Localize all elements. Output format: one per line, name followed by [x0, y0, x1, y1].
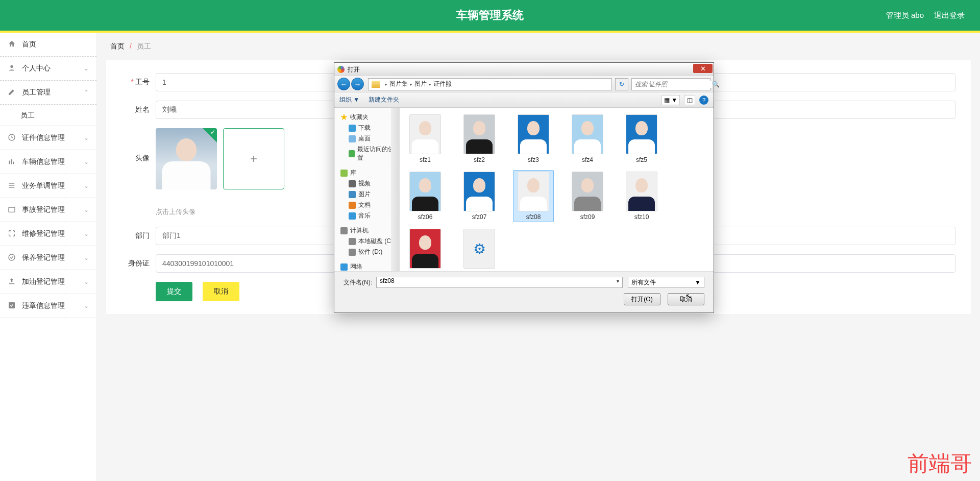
sidebar-item-maintenance[interactable]: 保养登记管理 ⌄ — [0, 246, 96, 270]
preview-icon: ◫ — [687, 97, 693, 104]
sidebar-item-vehicle[interactable]: 车辆信息管理 ⌄ — [0, 150, 96, 174]
refresh-icon: ↻ — [619, 81, 624, 88]
breadcrumb-separator: / — [130, 42, 132, 50]
tree-computer[interactable]: 计算机 — [338, 225, 395, 236]
file-open-dialog: 打开 ✕ ← → ▸ 图片集 ▸ 图片 ▸ 证件照 ↻ 🔍 组织 ▼ 新建文件夹… — [334, 62, 714, 313]
label-avatar: 头像 — [121, 154, 150, 163]
tree-desktop[interactable]: 桌面 — [338, 133, 395, 144]
tree-documents[interactable]: 文档 — [338, 200, 395, 210]
file-item-sfz4[interactable]: sfz4 — [567, 113, 608, 165]
sidebar-sub-employee[interactable]: 员工 — [0, 105, 96, 126]
sidebar-item-fuel[interactable]: 加油登记管理 ⌄ — [0, 270, 96, 294]
dialog-cancel-button[interactable]: 取消 — [668, 293, 704, 305]
address-bar[interactable]: ▸ 图片集 ▸ 图片 ▸ 证件照 — [368, 78, 612, 90]
recent-icon — [349, 150, 355, 157]
star-icon — [340, 114, 348, 121]
sidebar-item-business[interactable]: 业务单调管理 ⌄ — [0, 174, 96, 198]
organize-menu[interactable]: 组织 ▼ — [339, 95, 359, 104]
sidebar-item-cert[interactable]: 证件信息管理 ⌄ — [0, 126, 96, 150]
file-item-sfz10[interactable]: sfz10 — [621, 170, 662, 222]
tree-video[interactable]: 视频 — [338, 178, 395, 189]
back-button[interactable]: ← — [337, 78, 350, 90]
file-item-sfz11[interactable]: sfz11 — [405, 227, 446, 271]
svg-point-0 — [10, 65, 13, 68]
avatar-preview[interactable] — [156, 128, 217, 189]
sidebar-item-repair[interactable]: 维修登记管理 ⌄ — [0, 222, 96, 246]
file-item-sfz1[interactable]: sfz1 — [405, 113, 446, 165]
tree-downloads[interactable]: 下载 — [338, 123, 395, 133]
tree-pictures[interactable]: 图片 — [338, 189, 395, 200]
file-name: sfz3 — [528, 156, 539, 163]
sidebar-item-personal[interactable]: 个人中心 ⌄ — [0, 57, 96, 81]
chevron-down-icon: ⌄ — [84, 278, 89, 285]
file-name: sfz10 — [634, 213, 649, 221]
search-icon: 🔍 — [712, 81, 720, 88]
forward-button[interactable]: → — [351, 78, 364, 90]
tree-library[interactable]: 库 — [338, 167, 395, 178]
refresh-button[interactable]: ↻ — [615, 78, 628, 90]
app-title: 车辆管理系统 — [456, 8, 524, 23]
chrome-icon — [337, 66, 345, 73]
dialog-titlebar[interactable]: 打开 ✕ — [334, 63, 714, 76]
cancel-button[interactable]: 取消 — [203, 282, 239, 301]
file-item-sfz09[interactable]: sfz09 — [567, 170, 608, 222]
file-name: sfz08 — [526, 213, 541, 221]
svg-point-9 — [9, 254, 15, 260]
plus-icon: + — [250, 152, 257, 166]
logout-link[interactable]: 退出登录 — [934, 11, 965, 20]
library-icon — [340, 170, 348, 177]
sidebar-item-violation[interactable]: 违章信息管理 ⌄ — [0, 294, 96, 318]
sidebar-label: 加油登记管理 — [22, 277, 65, 286]
dropdown-icon[interactable]: ▼ — [616, 279, 620, 284]
search-input-wrap[interactable]: 🔍 — [631, 78, 710, 90]
label-dept: 部门 — [121, 231, 150, 240]
search-input[interactable] — [635, 81, 712, 88]
close-button[interactable]: ✕ — [693, 64, 713, 73]
open-button[interactable]: 打开(O) — [624, 293, 660, 305]
sidebar-item-employee[interactable]: 员工管理 ⌃ — [0, 81, 96, 105]
file-thumbnail — [572, 172, 603, 211]
file-item-sfz3[interactable]: sfz3 — [513, 113, 554, 165]
watermark: 前端哥 — [908, 449, 972, 478]
file-item-sfz07[interactable]: sfz07 — [459, 170, 500, 222]
submit-button[interactable]: 提交 — [156, 282, 192, 301]
breadcrumb-home[interactable]: 首页 — [110, 42, 125, 50]
tree-network[interactable]: 网络 — [338, 261, 395, 271]
desktop-icon — [349, 135, 356, 142]
scrollbar[interactable] — [391, 108, 399, 271]
filename-input[interactable]: sfz08 ▼ — [376, 277, 623, 288]
tree-music[interactable]: 音乐 — [338, 210, 395, 221]
chevron-down-icon: ⌄ — [84, 230, 89, 237]
computer-icon — [340, 227, 348, 234]
file-item-Thumbs[interactable]: ⚙Thumbs — [459, 227, 500, 271]
document-icon — [349, 202, 356, 209]
file-thumbnail — [463, 114, 495, 154]
svg-rect-4 — [13, 162, 14, 164]
file-filter-select[interactable]: 所有文件 ▼ — [628, 277, 704, 288]
file-item-sfz2[interactable]: sfz2 — [459, 113, 500, 165]
file-item-sfz08[interactable]: sfz08 — [513, 170, 554, 222]
tree-disk-d[interactable]: 软件 (D:) — [338, 247, 395, 257]
sidebar-item-home[interactable]: 首页 — [0, 33, 96, 57]
tree-favorites[interactable]: 收藏夹 — [338, 112, 395, 123]
new-folder-button[interactable]: 新建文件夹 — [369, 95, 399, 104]
file-item-sfz5[interactable]: sfz5 — [621, 113, 662, 165]
sidebar-label: 员工管理 — [22, 88, 51, 97]
sidebar-item-accident[interactable]: 事故登记管理 ⌄ — [0, 198, 96, 222]
view-mode-button[interactable]: ▦ ▼ — [662, 95, 680, 105]
close-icon: ✕ — [700, 65, 706, 73]
preview-pane-button[interactable]: ◫ — [684, 95, 695, 105]
file-list: sfz1sfz2sfz3sfz4sfz5sfz06sfz07sfz08sfz09… — [400, 108, 714, 271]
filename-label: 文件名(N): — [344, 278, 372, 287]
avatar-upload-button[interactable]: + — [223, 128, 284, 189]
tree-recent[interactable]: 最近访问的位置 — [338, 144, 395, 163]
chevron-down-icon: ⌄ — [84, 134, 89, 141]
file-name: sfz1 — [420, 156, 431, 163]
tree-disk-c[interactable]: 本地磁盘 (C:) — [338, 236, 395, 247]
file-name: sfz2 — [474, 156, 485, 163]
file-thumbnail — [518, 172, 549, 211]
check-icon — [203, 128, 217, 142]
current-user[interactable]: 管理员 abo — [886, 11, 924, 20]
file-item-sfz06[interactable]: sfz06 — [405, 170, 446, 222]
help-button[interactable]: ? — [699, 95, 708, 105]
